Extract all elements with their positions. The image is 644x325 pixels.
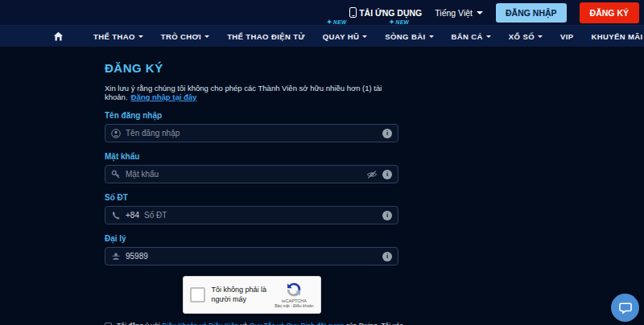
home-icon: [53, 31, 64, 42]
agent-label: Đại lý: [105, 234, 398, 243]
recaptcha-checkbox[interactable]: [190, 287, 205, 302]
agent-input[interactable]: [126, 252, 378, 261]
info-icon[interactable]: [382, 252, 392, 261]
phone-input[interactable]: [144, 211, 378, 220]
language-selector[interactable]: Tiếng Việt: [435, 8, 483, 18]
phone-icon: [111, 211, 121, 220]
info-icon[interactable]: [382, 129, 392, 138]
chevron-down-icon: [429, 35, 434, 38]
nav-item-quay-hu[interactable]: NEW QUAY HŨ: [314, 26, 377, 47]
nav-item-tro-choi[interactable]: TRÒ CHƠI: [152, 26, 218, 47]
chevron-down-icon: [538, 35, 543, 38]
info-icon[interactable]: [382, 170, 392, 179]
nav-item-song-bai[interactable]: NEW SÒNG BÀI: [376, 26, 442, 47]
recaptcha-icon: [286, 282, 302, 298]
nav-item-xo-so[interactable]: XỔ SỐ: [500, 26, 551, 47]
register-page: ĐĂNG KÝ Xin lưu ý rằng chúng tôi không c…: [0, 47, 644, 325]
password-input-box: [105, 165, 398, 183]
password-input[interactable]: [126, 170, 361, 179]
new-badge: NEW: [327, 19, 347, 26]
username-input-box: [105, 124, 398, 142]
top-bar: TẢI ỨNG DỤNG Tiếng Việt ĐĂNG NHẬP ĐĂNG K…: [0, 0, 644, 26]
chevron-down-icon: [477, 11, 483, 14]
phone-input-box: +84: [105, 206, 398, 224]
eye-off-icon[interactable]: [366, 169, 378, 180]
password-field-group: Mật khẩu: [105, 152, 398, 183]
password-label: Mật khẩu: [105, 152, 398, 161]
download-app-label: TẢI ỨNG DỤNG: [359, 8, 422, 18]
language-label: Tiếng Việt: [435, 8, 473, 18]
terms-text: Tôi đồng ý với Điều Khoản và Điều Kiện v…: [117, 322, 419, 325]
chat-bubble-icon: [618, 301, 633, 315]
nav-item-khuyen-mai[interactable]: KHUYẾN MÃI: [582, 26, 644, 47]
nav-home[interactable]: [53, 31, 85, 42]
username-field-group: Tên đăng nhập: [105, 111, 398, 142]
username-label: Tên đăng nhập: [105, 111, 398, 120]
agent-input-box: [105, 247, 398, 265]
nav-item-ban-ca[interactable]: BẮN CÁ: [443, 26, 500, 47]
nav-item-vip[interactable]: VIP: [551, 26, 583, 47]
phone-country-prefix: +84: [126, 211, 139, 220]
register-form: ĐĂNG KÝ Xin lưu ý rằng chúng tôi không c…: [105, 47, 398, 325]
mobile-phone-icon: [349, 7, 357, 18]
register-button-top[interactable]: ĐĂNG KÝ: [580, 2, 639, 23]
chevron-down-icon: [138, 35, 143, 38]
agent-icon: [111, 252, 121, 261]
terms-row: Tôi đồng ý với Điều Khoản và Điều Kiện v…: [105, 322, 419, 325]
download-app-button[interactable]: TẢI ỨNG DỤNG: [349, 7, 422, 18]
main-nav: THỂ THAO TRÒ CHƠI THỂ THAO ĐIỆN TỬ NEW Q…: [0, 26, 644, 47]
phone-label: Số ĐT: [105, 193, 398, 202]
terms-conditions-link[interactable]: Điều Khoản và Điều Kiện: [162, 322, 238, 325]
phone-field-group: Số ĐT +84: [105, 193, 398, 224]
recaptcha-privacy-terms[interactable]: Bảo mật - Điều khoản: [275, 303, 313, 308]
recaptcha-label: Tôi không phải là người máy: [212, 286, 269, 304]
key-icon: [111, 170, 121, 179]
live-chat-button[interactable]: [611, 294, 639, 322]
new-badge: NEW: [389, 19, 409, 26]
login-button[interactable]: ĐĂNG NHẬP: [496, 3, 567, 23]
page-title: ĐĂNG KÝ: [105, 61, 398, 75]
user-icon: [111, 129, 121, 138]
agent-field-group: Đại lý: [105, 234, 398, 265]
recaptcha-widget: Tôi không phải là người máy reCAPTCHA Bả…: [183, 276, 321, 314]
betting-rules-link[interactable]: Quy Tắc và Quy Định đặt cược: [250, 322, 344, 325]
chevron-down-icon: [204, 35, 209, 38]
recaptcha-brand: reCAPTCHA Bảo mật - Điều khoản: [275, 282, 313, 308]
account-limit-note: Xin lưu ý rằng chúng tôi không cho phép …: [105, 84, 398, 101]
chevron-down-icon: [362, 35, 367, 38]
nav-item-the-thao[interactable]: THỂ THAO: [85, 26, 152, 47]
nav-item-the-thao-dien-tu[interactable]: THỂ THAO ĐIỆN TỬ: [218, 26, 314, 47]
chevron-down-icon: [486, 35, 491, 38]
username-input[interactable]: [126, 129, 378, 138]
login-here-link[interactable]: Đăng nhập tại đây: [131, 93, 197, 101]
info-icon[interactable]: [382, 211, 392, 220]
